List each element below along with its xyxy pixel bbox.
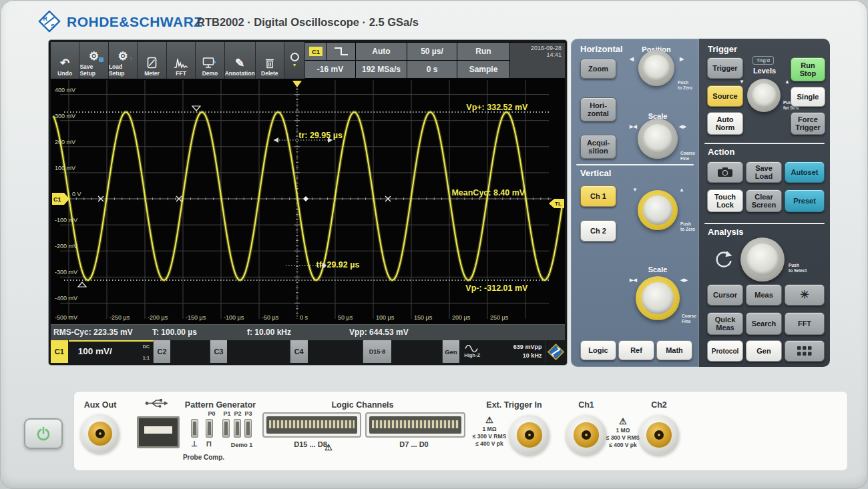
run-stop-button[interactable]: Run Stop [791, 57, 825, 81]
channel1-settings[interactable]: 100 mV/ DC 1:1 [69, 340, 154, 363]
screen-toolbar: ↶ Undo ⚙ Save Setup ⚙↑ Load Setup Meter … [51, 42, 284, 79]
source-button[interactable]: Source [707, 85, 743, 107]
channel2-button[interactable]: Ch 2 [580, 220, 616, 241]
svg-text:tf: 29.92 µs: tf: 29.92 µs [316, 260, 360, 270]
measurement-results-bar: RMS-Cyc: 223.35 mV T: 100.00 µs f: 10.00… [51, 324, 565, 341]
toolbar-expand-button[interactable]: ▾ [284, 42, 305, 79]
section-title-action: Action [708, 147, 734, 157]
svg-text:200 mV: 200 mV [55, 139, 75, 145]
protocol-button[interactable]: Protocol [707, 340, 743, 362]
warning-icon: ⚠ [324, 442, 333, 452]
cursor-button[interactable]: Cursor [707, 284, 743, 306]
fft-button[interactable]: FFT [167, 42, 196, 79]
vertical-position-knob[interactable] [638, 190, 678, 230]
ext-trigger-in-label: Ext. Trigger In [486, 400, 541, 410]
meter-icon [147, 51, 157, 69]
autoset-button[interactable]: Autoset [785, 161, 825, 183]
save-setup-button[interactable]: ⚙ Save Setup [79, 42, 108, 79]
preset-button[interactable]: Preset [785, 189, 825, 212]
time-text: 14:41 [546, 51, 562, 58]
status-acquisition-mode[interactable]: Sample [457, 61, 509, 78]
divider [704, 143, 825, 144]
acquisition-button[interactable]: Acqui- sition [580, 135, 616, 159]
status-sample-rate[interactable]: 192 MSa/s [356, 61, 407, 78]
force-trigger-button[interactable]: Force Trigger [791, 112, 825, 135]
status-timebase[interactable]: 50 µs/ [407, 43, 457, 60]
waveform-display: C1TL400 mV300 mV200 mV100 mV0 V-100 mV-2… [51, 79, 565, 324]
clear-screen-button[interactable]: Clear Screen [746, 189, 782, 212]
quick-meas-button[interactable]: Quick Meas [707, 312, 743, 335]
status-trigger-mode[interactable]: Auto [356, 43, 407, 60]
trigger-level-knob[interactable] [747, 79, 781, 112]
tab-channel3[interactable]: C3 [210, 340, 228, 363]
search-button[interactable]: Search [746, 312, 782, 335]
delete-button[interactable]: Delete [256, 42, 284, 79]
channel1-button[interactable]: Ch 1 [580, 185, 616, 207]
annotation-button[interactable]: ✎ Annotation [225, 42, 256, 79]
status-trigger-slope[interactable] [327, 43, 355, 60]
channel3-settings[interactable] [228, 340, 290, 363]
gen-button[interactable]: Gen [746, 340, 782, 362]
horizontal-position-knob[interactable] [638, 50, 674, 86]
annotation-pencil-icon: ✎ [235, 51, 244, 69]
ref-button[interactable]: Ref [618, 340, 654, 360]
ch1-connector [566, 415, 606, 455]
undo-button[interactable]: ↶ Undo [51, 42, 79, 79]
power-button[interactable] [24, 418, 63, 449]
usb-icon [145, 398, 169, 411]
tab-generator[interactable]: Gen [443, 340, 461, 363]
generator-settings[interactable]: High-Z 639 mVpp 10 kHz [460, 340, 546, 363]
screen-rs-logo-icon [546, 340, 565, 363]
vertical-push-zero-label: Push to Zero [680, 221, 695, 232]
trigger-button[interactable]: Trigger [707, 57, 743, 79]
status-run-state[interactable]: Run [457, 43, 509, 60]
vertical-coarse-fine-label: Coarse Fine [682, 314, 696, 324]
warning-icon: ⚠ [606, 416, 640, 427]
svg-text:Vp+: 332.52 mV: Vp+: 332.52 mV [466, 103, 528, 112]
load-setup-button[interactable]: ⚙↑ Load Setup [109, 42, 138, 79]
pattern-generator-label: Pattern Generator [185, 400, 256, 410]
svg-text:-400 mV: -400 mV [55, 295, 77, 302]
tab-channel2[interactable]: C2 [154, 340, 172, 363]
zoom-button[interactable]: Zoom [580, 59, 616, 79]
result-vpp: Vpp: 644.53 mV [349, 328, 409, 337]
save-load-button[interactable]: Save Load [746, 161, 782, 183]
single-button[interactable]: Single [791, 87, 825, 107]
vertical-scale-knob[interactable] [636, 276, 680, 320]
logic-settings[interactable] [392, 340, 443, 363]
fft-icon [174, 51, 188, 69]
meas-button[interactable]: Meas [746, 284, 782, 306]
status-trigger-source[interactable]: C1 [305, 43, 327, 60]
touch-lock-button[interactable]: Touch Lock [707, 189, 743, 212]
tab-logic-d15-8[interactable]: D15-8 [363, 340, 391, 363]
chevron-down-icon: ▾ [293, 62, 296, 68]
tab-channel1[interactable]: C1 [51, 340, 69, 363]
svg-text:-200 mV: -200 mV [55, 243, 77, 250]
demo-button[interactable]: Demo [196, 42, 224, 79]
push-select-label: Push to Select [789, 263, 807, 274]
channel4-settings[interactable] [308, 340, 364, 363]
navigation-knob[interactable] [740, 237, 785, 282]
probe-comp-pin [206, 419, 213, 438]
horizontal-button[interactable]: Hori- zontal [580, 97, 616, 121]
logic-button[interactable]: Logic [580, 340, 616, 360]
status-trigger-level[interactable]: -16 mV [305, 61, 355, 78]
fft-panel-button[interactable]: FFT [785, 312, 825, 335]
tab-channel4[interactable]: C4 [290, 340, 308, 363]
apps-button[interactable] [785, 340, 825, 362]
svg-text:150 µs: 150 µs [414, 314, 433, 321]
section-title-vertical: Vertical [580, 168, 611, 178]
device-bezel: RS ROHDE&SCHWARZ RTB2002 · Digital Oscil… [0, 0, 868, 489]
channel2-settings[interactable] [171, 340, 210, 363]
intensity-button[interactable]: ☀ [785, 284, 825, 306]
meter-button[interactable]: Meter [138, 42, 166, 79]
square-wave-icon: ⊓ [206, 440, 212, 448]
status-horizontal-position[interactable]: 0 s [407, 61, 457, 78]
auto-norm-button[interactable]: Auto Norm [707, 112, 743, 135]
screenshot-button[interactable] [707, 161, 743, 183]
horizontal-scale-knob[interactable] [638, 119, 678, 159]
svg-text:tr: 29.95 µs: tr: 29.95 µs [298, 131, 343, 140]
math-button[interactable]: Math [656, 340, 692, 360]
ch2-label: Ch2 [651, 400, 667, 410]
channel-badge: C1 [309, 47, 322, 56]
